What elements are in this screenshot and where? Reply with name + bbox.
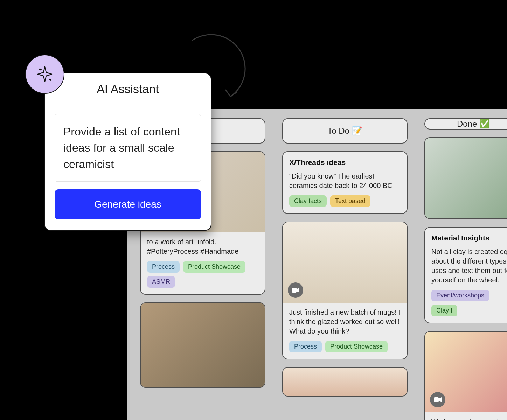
tag[interactable]: Event/workshops [431, 290, 489, 301]
tag[interactable]: Process [289, 341, 322, 352]
tag[interactable]: Process [147, 261, 180, 273]
ai-sparkle-icon[interactable] [25, 55, 64, 94]
card-image [283, 368, 407, 396]
card-body: to a work of art unfold. #PotteryProcess… [147, 237, 258, 256]
card-title: Material Insights [431, 234, 507, 242]
card-image [425, 138, 507, 218]
column-header-label: Done ✅ [457, 119, 490, 129]
column-header-label: To Do 📝 [327, 126, 362, 136]
tag[interactable]: Text based [330, 195, 370, 207]
tag[interactable]: Product Showcase [325, 341, 388, 352]
svg-rect-1 [434, 397, 439, 402]
kanban-column-todo: To Do 📝 X/Threads ideas “Did you know” T… [282, 118, 408, 420]
tag[interactable]: Clay f [431, 305, 457, 316]
card-body: “Did you know” The earliest ceramics dat… [289, 172, 401, 190]
kanban-card[interactable] [424, 137, 507, 219]
card-body: Just finished a new batch of mugs! I thi… [289, 308, 401, 336]
card-image [283, 222, 407, 303]
card-tags: Process Product Showcase [289, 341, 401, 352]
tag[interactable]: Clay facts [289, 195, 327, 207]
generate-ideas-button[interactable]: Generate ideas [55, 189, 201, 219]
video-icon [430, 392, 445, 407]
ai-assistant-header: AI Assistant [45, 74, 211, 105]
card-image [425, 332, 507, 412]
kanban-column-done: Done ✅ Material Insights Not all clay is… [424, 118, 507, 420]
card-body: We love seeing our pieces [431, 417, 507, 420]
tag[interactable]: Product Showcase [183, 261, 245, 273]
kanban-card[interactable] [282, 367, 408, 397]
card-title: X/Threads ideas [289, 158, 401, 167]
card-tags: Process Product Showcase ASMR [147, 261, 258, 288]
kanban-card[interactable]: Just finished a new batch of mugs! I thi… [282, 222, 408, 359]
tag[interactable]: ASMR [147, 276, 175, 288]
ai-assistant-title: AI Assistant [97, 82, 159, 96]
card-tags: Event/workshops Clay f [431, 290, 507, 316]
ai-assistant-panel: AI Assistant Provide a list of content i… [44, 73, 211, 231]
video-icon [288, 282, 303, 298]
ai-prompt-input[interactable]: Provide a list of content ideas for a sm… [55, 114, 201, 182]
kanban-card[interactable] [140, 302, 265, 388]
card-image [141, 303, 265, 387]
kanban-card[interactable]: Material Insights Not all clay is create… [424, 227, 507, 323]
column-header: Done ✅ [424, 118, 507, 130]
svg-rect-0 [292, 288, 297, 293]
kanban-card[interactable]: X/Threads ideas “Did you know” The earli… [282, 151, 408, 214]
column-header: To Do 📝 [282, 118, 408, 144]
card-body: Not all clay is created equ about the di… [431, 247, 507, 285]
kanban-card[interactable]: We love seeing our pieces [424, 331, 507, 420]
card-tags: Clay facts Text based [289, 195, 401, 207]
